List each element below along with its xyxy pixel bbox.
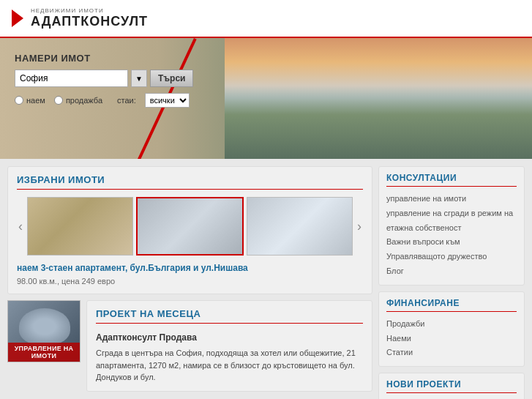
radio-row: наем продажба стаи: всички: [15, 93, 205, 108]
search-input[interactable]: [15, 70, 128, 87]
stai-label: стаи:: [117, 96, 136, 105]
project-title-heading: ПРОЕКТ НА МЕСЕЦА: [96, 308, 363, 324]
radio-prodajba-label: продажба: [66, 96, 102, 105]
izbrani-title: ИЗБРАНИ ИМОТИ: [17, 174, 363, 190]
konsultacii-section: КОНСУЛТАЦИИ управление на имоти управлен…: [378, 166, 525, 286]
radio-naem[interactable]: наем: [15, 96, 45, 105]
search-row: ▼ Търси: [15, 70, 205, 87]
promo-label: УПРАВЛЕНИЕ НА ИМОТИ: [8, 343, 80, 362]
finansirane-title: ФИНАНСИРАНЕ: [386, 298, 517, 312]
konsultacii-link-1[interactable]: управление на имоти: [386, 192, 517, 206]
logo-triangle-icon: [12, 10, 23, 27]
radio-circle-icon: [54, 96, 63, 105]
prev-arrow[interactable]: ‹: [17, 216, 24, 237]
left-column: ИЗБРАНИ ИМОТИ ‹ › наем 3-стаен апартамен…: [7, 166, 372, 399]
carousel-image-3[interactable]: [247, 197, 353, 256]
project-section: ПРОЕКТ НА МЕСЕЦА Адаптконсулт Продава Сг…: [86, 300, 372, 392]
project-description: Сграда в центъра на София, подходяща за …: [96, 348, 356, 381]
property-details: 98.00 кв.м., цена 249 евро: [17, 277, 115, 286]
find-label: НАМЕРИ ИМОТ: [15, 53, 205, 64]
novi-proekti-title: НОВИ ПРОЕКТИ: [386, 379, 517, 393]
logo-subtitle: НЕДВИЖИМИ ИМОТИ: [31, 7, 148, 14]
carousel-image-1[interactable]: [27, 197, 133, 256]
carousel: ‹ ›: [17, 197, 363, 256]
stai-select[interactable]: всички: [145, 93, 190, 108]
right-column: КОНСУЛТАЦИИ управление на имоти управлен…: [378, 166, 525, 399]
search-dropdown-button[interactable]: ▼: [131, 70, 147, 87]
novi-proekti-section: НОВИ ПРОЕКТИ Имоти в строеж: [378, 373, 525, 399]
radio-circle-icon: [15, 96, 23, 105]
izbrani-section: ИЗБРАНИ ИМОТИ ‹ › наем 3-стаен апартамен…: [7, 166, 372, 294]
search-button[interactable]: Търси: [150, 70, 193, 87]
hero-search-panel: НАМЕРИ ИМОТ ▼ Търси наем продажба стаи: …: [15, 53, 205, 108]
radio-naem-label: наем: [26, 96, 45, 105]
carousel-images: [27, 197, 353, 256]
konsultacii-link-4[interactable]: Блог: [386, 264, 517, 279]
bottom-row: УПРАВЛЕНИЕ НА ИМОТИ ПРОЕКТ НА МЕСЕЦА Ада…: [7, 300, 372, 392]
konsultacii-link-3[interactable]: Важни въпроси към Управляващото дружеств…: [386, 235, 517, 264]
dropdown-arrow-icon: ▼: [135, 75, 143, 83]
next-arrow[interactable]: ›: [356, 216, 363, 237]
header: НЕДВИЖИМИ ИМОТИ АДАПТКОНСУЛТ: [0, 0, 532, 38]
finansirane-link-1[interactable]: Продажби: [386, 317, 517, 332]
logo: НЕДВИЖИМИ ИМОТИ АДАПТКОНСУЛТ: [12, 7, 148, 29]
hero-banner: НАМЕРИ ИМОТ ▼ Търси наем продажба стаи: …: [0, 38, 532, 159]
finansirane-link-2[interactable]: Наеми: [386, 332, 517, 346]
radio-prodajba[interactable]: продажба: [54, 96, 102, 105]
main-content: ИЗБРАНИ ИМОТИ ‹ › наем 3-стаен апартамен…: [0, 159, 532, 399]
project-subtitle: Адаптконсулт Продава: [96, 331, 363, 344]
property-link[interactable]: наем 3-стаен апартамент, бул.България и …: [17, 263, 363, 273]
finansirane-link-3[interactable]: Статии: [386, 346, 517, 360]
promo-image-box: УПРАВЛЕНИЕ НА ИМОТИ: [7, 300, 80, 362]
logo-main: АДАПТКОНСУЛТ: [31, 14, 148, 29]
konsultacii-title: КОНСУЛТАЦИИ: [386, 173, 517, 187]
project-text: Адаптконсулт Продава Сграда в центъра на…: [96, 331, 363, 384]
carousel-image-2[interactable]: [136, 197, 244, 256]
finansirane-section: ФИНАНСИРАНЕ Продажби Наеми Статии: [378, 291, 525, 367]
logo-text-block: НЕДВИЖИМИ ИМОТИ АДАПТКОНСУЛТ: [31, 7, 148, 29]
hero-city-bg: [225, 86, 532, 159]
konsultacii-link-2[interactable]: управление на сгради в режим на етажна с…: [386, 206, 517, 236]
